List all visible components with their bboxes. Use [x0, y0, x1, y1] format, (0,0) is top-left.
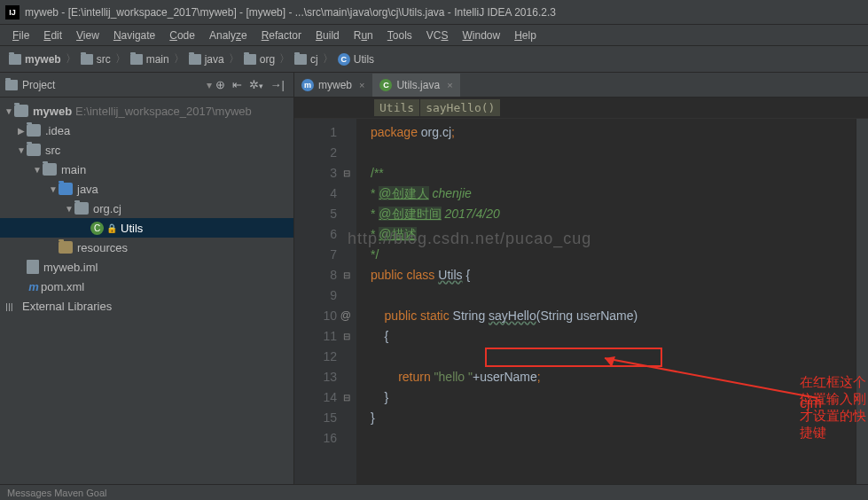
override-gutter-icon[interactable]: @	[340, 306, 351, 326]
lock-icon: 🔒	[106, 223, 117, 233]
window-title: myweb - [E:\intellij_workspace_2017\mywe…	[25, 6, 556, 19]
menu-code[interactable]: Code	[162, 27, 202, 44]
tree-item-iml[interactable]: myweb.iml	[0, 257, 293, 277]
menu-view[interactable]: View	[69, 27, 106, 44]
menu-file[interactable]: File	[5, 27, 36, 44]
tree-item-pom[interactable]: mpom.xml	[0, 277, 293, 296]
maven-icon: m	[27, 280, 41, 293]
close-icon[interactable]: ×	[447, 80, 452, 90]
expand-icon[interactable]: ▼	[32, 165, 43, 175]
folder-icon	[189, 54, 201, 65]
watermark-text: http://blog.csdn.net/pucao_cug	[348, 229, 591, 249]
crumb-main[interactable]: main	[129, 53, 171, 66]
tree-label: Utils	[121, 222, 143, 235]
menu-bar: File Edit View Navigate Code Analyze Ref…	[0, 25, 868, 46]
fold-icon[interactable]: ⊟	[340, 265, 353, 285]
tree-label: java	[77, 183, 98, 196]
tab-label: Utils.java	[396, 79, 440, 91]
crumb-method[interactable]: sayHello()	[420, 99, 500, 116]
menu-navigate[interactable]: Navigate	[106, 27, 162, 44]
crumb-cj[interactable]: cj	[293, 53, 320, 66]
crumb-utils[interactable]: CUtils	[336, 53, 376, 66]
crumb-java[interactable]: java	[187, 53, 226, 66]
menu-vcs[interactable]: VCS	[419, 27, 456, 44]
menu-refactor[interactable]: Refactor	[254, 27, 309, 44]
crumb-label: src	[97, 53, 111, 66]
window-titlebar: IJ myweb - [E:\intellij_workspace_2017\m…	[0, 0, 868, 25]
annotation-highlight-box	[485, 348, 662, 367]
tree-label: .idea	[45, 124, 70, 137]
fold-icon[interactable]: ⊟	[340, 387, 353, 408]
editor-breadcrumbs: Utils sayHello()	[294, 98, 868, 119]
folder-icon	[294, 54, 307, 65]
editor-gutter[interactable]: 12345678910111213141516 ⊟ ⊟ ⊟ ⊟ @	[294, 119, 356, 484]
menu-edit[interactable]: Edit	[36, 27, 69, 44]
project-tool-window: Project ▾ ⊕ ⇤ ✲▾ →| ▼ myweb E:\intellij_…	[0, 73, 294, 484]
status-text: Messages Maven Goal	[7, 488, 107, 498]
expand-icon[interactable]: ▼	[48, 184, 59, 194]
tree-root[interactable]: ▼ myweb E:\intellij_workspace_2017\myweb	[0, 101, 293, 121]
chevron-right-icon: 〉	[277, 51, 293, 66]
chevron-right-icon: 〉	[63, 51, 79, 66]
tree-item-resources[interactable]: resources	[0, 238, 293, 257]
menu-help[interactable]: Help	[507, 27, 543, 44]
folder-icon	[14, 105, 28, 117]
folder-icon	[27, 144, 41, 156]
tree-item-main[interactable]: ▼main	[0, 160, 293, 179]
crumb-label: myweb	[25, 53, 61, 66]
crumb-label: Utils	[354, 53, 374, 66]
tree-item-package[interactable]: ▼org.cj	[0, 199, 293, 218]
project-icon	[5, 80, 18, 90]
menu-window[interactable]: Window	[455, 27, 507, 44]
menu-analyze[interactable]: Analyze	[202, 27, 254, 44]
close-icon[interactable]: ×	[359, 80, 364, 90]
crumb-label: main	[146, 53, 169, 66]
tree-item-idea[interactable]: ▶.idea	[0, 121, 293, 140]
menu-run[interactable]: Run	[347, 27, 380, 44]
hide-icon[interactable]: →|	[267, 78, 288, 91]
editor-area: mmyweb× CUtils.java× Utils sayHello() 12…	[294, 73, 868, 484]
libraries-icon: ⫼	[4, 300, 18, 313]
editor-tab-utils[interactable]: CUtils.java×	[372, 74, 459, 97]
resources-folder-icon	[59, 241, 73, 254]
expand-icon[interactable]: ▼	[16, 145, 27, 155]
folder-icon	[27, 124, 41, 137]
expand-icon[interactable]: ▼	[4, 106, 14, 116]
editor-tabs: mmyweb× CUtils.java×	[294, 73, 868, 98]
navigation-bar: myweb 〉 src 〉 main 〉 java 〉 org 〉 cj 〉 C…	[0, 46, 868, 73]
code-content[interactable]: package org.cj; /** * @创建人 chenjie * @创建…	[356, 119, 856, 484]
class-icon: C	[338, 53, 350, 66]
fold-icon[interactable]: ⊟	[340, 163, 353, 184]
expand-icon[interactable]: ▼	[64, 204, 74, 214]
fold-icon[interactable]: ⊟	[340, 326, 353, 347]
tab-label: myweb	[318, 79, 352, 91]
crumb-myweb[interactable]: myweb	[7, 53, 63, 66]
tree-label: org.cj	[93, 202, 121, 215]
tree-item-libs[interactable]: ⫼External Libraries	[0, 296, 293, 316]
crumb-src[interactable]: src	[79, 53, 113, 66]
tree-item-utils[interactable]: C🔒Utils	[0, 218, 293, 238]
folder-icon	[9, 54, 21, 65]
crumb-class[interactable]: Utils	[374, 99, 419, 116]
settings-icon[interactable]: ✲▾	[246, 78, 267, 91]
status-bar: Messages Maven Goal	[0, 484, 868, 500]
crumb-label: java	[205, 53, 224, 66]
folder-icon	[244, 54, 256, 65]
code-editor[interactable]: 12345678910111213141516 ⊟ ⊟ ⊟ ⊟ @ packag…	[294, 119, 868, 484]
collapse-all-icon[interactable]: ⇤	[229, 78, 246, 91]
tree-item-src[interactable]: ▼src	[0, 140, 293, 160]
expand-icon[interactable]: ▶	[16, 126, 27, 136]
tree-item-java[interactable]: ▼java	[0, 179, 293, 199]
scroll-from-source-icon[interactable]: ⊕	[212, 78, 229, 91]
editor-tab-myweb[interactable]: mmyweb×	[294, 74, 371, 97]
menu-tools[interactable]: Tools	[380, 27, 419, 44]
crumb-org[interactable]: org	[242, 53, 277, 66]
menu-build[interactable]: Build	[309, 27, 347, 44]
folder-icon	[130, 54, 143, 65]
package-icon	[74, 202, 89, 215]
tree-label: myweb.iml	[43, 261, 98, 274]
folder-icon	[81, 54, 93, 65]
tree-label: pom.xml	[41, 280, 84, 293]
chevron-right-icon: 〉	[113, 51, 129, 66]
crumb-label: cj	[310, 53, 318, 66]
